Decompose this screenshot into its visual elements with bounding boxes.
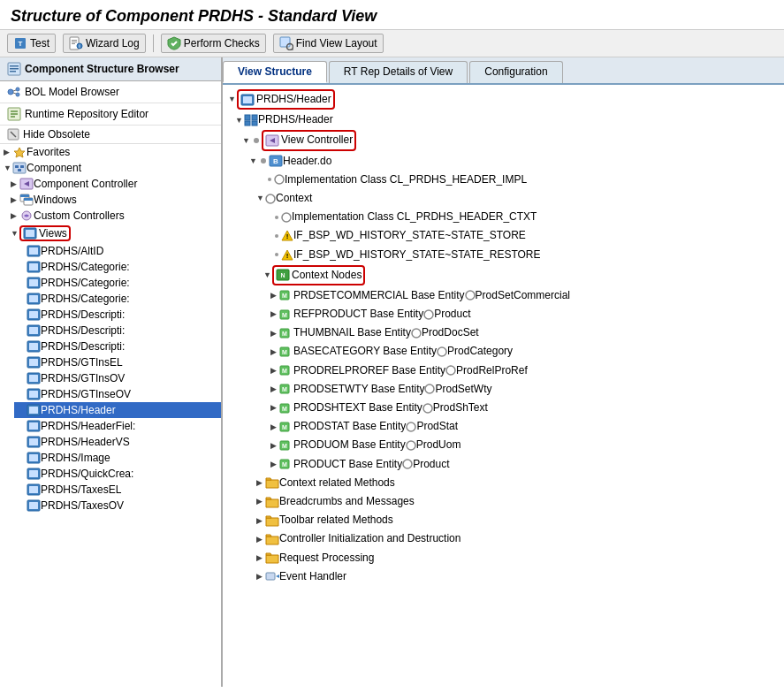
entity-icon: M: [279, 308, 293, 321]
views-toggle[interactable]: ▼: [11, 229, 19, 238]
folder-toolbar-methods[interactable]: ▶ Toolbar related Methods: [255, 511, 780, 529]
cc-toggle[interactable]: ▶: [11, 179, 19, 188]
tab-rt-rep[interactable]: RT Rep Details of View: [329, 61, 468, 83]
hdo-dot: [261, 158, 266, 164]
svg-rect-46: [29, 295, 38, 302]
hide-obsolete[interactable]: Hide Obsolete: [0, 126, 221, 144]
sidebar-item-gtinsel[interactable]: PRDHS/GTInsEL: [14, 354, 221, 370]
node-prodsetwty[interactable]: ▶ M PRODSETWTY Base Entity ProdSetWty: [269, 380, 780, 399]
wizard-log-button[interactable]: i Wizard Log: [63, 34, 146, 53]
svg-text:M: M: [282, 424, 287, 430]
runtime-repository-editor[interactable]: Runtime Repository Editor: [0, 103, 221, 126]
svg-point-93: [466, 291, 475, 300]
sidebar-custom-controllers[interactable]: ▶ Custom Controllers: [7, 208, 221, 224]
tab-configuration[interactable]: Configuration: [469, 61, 562, 83]
root-view-icon: [240, 94, 255, 106]
svg-point-15: [8, 89, 13, 95]
separator-1: [153, 34, 154, 52]
custom-controllers-toggle[interactable]: ▶: [11, 211, 19, 220]
sidebar-item-desc1[interactable]: PRDHS/Descripti:: [14, 307, 221, 323]
if-bsp-2-node[interactable]: ! IF_BSP_WD_HISTORY_STATE~STATE_RESTORE: [262, 246, 780, 264]
svg-rect-33: [20, 194, 29, 197]
view-controller-node[interactable]: ▼ View Controller: [240, 129, 780, 151]
svg-text:T: T: [19, 40, 23, 48]
context-nodes-node[interactable]: ▼ N Context Nodes: [262, 264, 780, 286]
sidebar-component[interactable]: ▼ Component: [0, 160, 221, 176]
impl-class-node[interactable]: Implementation Class CL_PRDHS_HEADER_IMP…: [255, 171, 780, 189]
view-item-icon-selected: [27, 404, 41, 416]
find-view-layout-button[interactable]: Find View Layout: [273, 34, 384, 53]
sidebar-views[interactable]: ▼ Views: [7, 224, 221, 243]
perform-checks-button[interactable]: Perform Checks: [161, 34, 266, 53]
folder-breadcrumbs[interactable]: ▶ Breadcrumbs and Messages: [255, 492, 780, 511]
sidebar-item-image[interactable]: PRDHS/Image: [14, 450, 221, 466]
sidebar-item-gtinsov[interactable]: PRDHS/GTInsOV: [14, 370, 221, 386]
sidebar-item-desc2[interactable]: PRDHS/Descripti:: [14, 323, 221, 339]
entity-icon: M: [279, 421, 293, 433]
header-do-node[interactable]: ▼ B Header.do: [247, 152, 780, 171]
sidebar-windows[interactable]: ▶ Windows: [7, 192, 221, 208]
test-icon: T: [13, 36, 27, 50]
sidebar-item-gtinseov[interactable]: PRDHS/GTInseOV: [14, 386, 221, 402]
svg-rect-4: [72, 42, 77, 42]
sidebar-item-cat2[interactable]: PRDHS/Categorie:: [14, 275, 221, 291]
bol-model-browser[interactable]: BOL Model Browser: [0, 81, 221, 103]
node-product[interactable]: ▶ M PRODUCT Base Entity Product: [269, 455, 780, 474]
folder-icon-1: [265, 476, 279, 489]
folder-event-handler[interactable]: ▶ Event Handler: [255, 567, 780, 586]
sidebar-item-taxesov[interactable]: PRDHS/TaxesOV: [14, 498, 221, 514]
sidebar-item-taxesel[interactable]: PRDHS/TaxesEL: [14, 482, 221, 498]
sidebar-item-header[interactable]: PRDHS/Header: [14, 402, 221, 418]
node-basecategory[interactable]: ▶ M BASECATEGORY Base Entity ProdCategor…: [269, 342, 780, 361]
component-toggle[interactable]: ▼: [4, 164, 12, 172]
view-item-icon: [27, 340, 41, 353]
context-impl-node[interactable]: Implementation Class CL_PRDHS_HEADER_CTX…: [262, 208, 780, 226]
perform-checks-icon: [167, 36, 181, 50]
sidebar-favorites[interactable]: ▶ Favorites: [0, 144, 221, 160]
folder-request-processing[interactable]: ▶ Request Processing: [255, 549, 780, 567]
sidebar-component-controller[interactable]: ▶ Component Controller: [7, 176, 221, 192]
sidebar-item-headerfiel[interactable]: PRDHS/HeaderFiel:: [14, 418, 221, 434]
folder-controller-init[interactable]: ▶ Controller Initialization and Destruct…: [255, 529, 780, 548]
context-icon: [265, 194, 276, 204]
component-structure-browser[interactable]: Component Structure Browser: [0, 57, 221, 81]
component-label: Component: [27, 162, 81, 174]
if-bsp-1-node[interactable]: ! IF_BSP_WD_HISTORY_STATE~STATE_STORE: [262, 226, 780, 245]
rre-label: Runtime Repository Editor: [25, 108, 148, 120]
node-refproduct[interactable]: ▶ M REFPRODUCT Base Entity Product: [269, 305, 780, 323]
sidebar-item-desc3[interactable]: PRDHS/Descripti:: [14, 339, 221, 354]
context-node[interactable]: ▼ Context: [255, 189, 780, 208]
windows-toggle[interactable]: ▶: [11, 195, 19, 204]
sidebar-item-cat1[interactable]: PRDHS/Categorie:: [14, 259, 221, 275]
node-produom[interactable]: ▶ M PRODUOM Base Entity ProdUom: [269, 436, 780, 454]
node-prodstat[interactable]: ▶ M PRODSTAT Base Entity ProdStat: [269, 417, 780, 436]
sidebar-item-altid[interactable]: PRDHS/AltID: [14, 243, 221, 259]
entity-icon: M: [279, 383, 293, 395]
node-thumbnail[interactable]: ▶ M THUMBNAIL Base Entity ProdDocSet: [269, 323, 780, 342]
favorites-icon: [12, 146, 27, 158]
favorites-toggle[interactable]: ▶: [4, 148, 12, 156]
entity-circle: [402, 459, 413, 469]
if-bsp-2-label: IF_BSP_WD_HISTORY_STATE~STATE_RESTORE: [293, 247, 541, 263]
view-item-icon: [27, 388, 41, 400]
child-label: PRDHS/Header: [258, 111, 333, 128]
child-header[interactable]: ▼ PRDHS/Header: [233, 110, 780, 129]
node-prodshtext[interactable]: ▶ M PRODSHTEXT Base Entity ProdShText: [269, 399, 780, 417]
impl-icon: [274, 174, 285, 185]
node-prdsetcommercial[interactable]: ▶ M PRDSETCOMMERCIAL Base Entity ProdSet…: [269, 286, 780, 305]
svg-rect-48: [29, 311, 38, 318]
root-toggle[interactable]: ▼: [228, 93, 237, 105]
sidebar-item-headervs[interactable]: PRDHS/HeaderVS: [14, 434, 221, 450]
sidebar-item-quickcrea[interactable]: PRDHS/QuickCrea:: [14, 466, 221, 482]
svg-rect-54: [29, 359, 38, 366]
sidebar-item-cat3[interactable]: PRDHS/Categorie:: [14, 291, 221, 307]
view-item-icon: [27, 483, 41, 496]
bol-label: BOL Model Browser: [25, 86, 119, 98]
node-prodrelproref[interactable]: ▶ M PRODRELPROREF Base Entity ProdRelPro…: [269, 361, 780, 380]
views-highlight: Views: [19, 225, 71, 241]
tab-view-structure[interactable]: View Structure: [223, 61, 327, 83]
folder-context-methods[interactable]: ▶ Context related Methods: [255, 474, 780, 492]
test-button[interactable]: T Test: [7, 34, 56, 53]
svg-rect-29: [20, 165, 24, 168]
root-node[interactable]: ▼ PRDHS/Header: [226, 88, 780, 110]
